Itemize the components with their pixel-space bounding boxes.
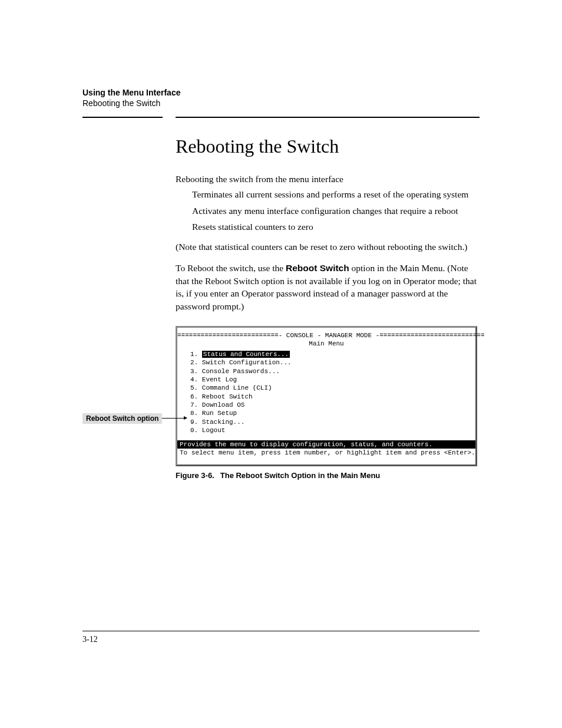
menu-item-stacking: 9. Stacking... [190,418,475,426]
figure-caption-text: The Reboot Switch Option in the Main Men… [220,471,381,480]
bullet-item: Resets statistical counters to zero [192,220,480,233]
menu-item-label: Download OS [202,401,245,409]
menu-item-label: Reboot Switch [202,393,253,400]
note-paragraph: (Note that statistical counters can be r… [176,241,480,253]
menu-item-status: 1. Status and Counters... [190,350,475,358]
menu-item-label: Stacking... [202,419,245,426]
console-menu-list: 1. Status and Counters... 2. Switch Conf… [177,348,475,438]
rule-gap [163,117,176,118]
arrow-right-icon [162,418,187,419]
page-number: 3-12 [82,635,98,644]
console-screenshot: ==========================- CONSOLE - MA… [176,326,477,466]
figure-container: Reboot Switch option ===================… [176,326,480,480]
running-header: Using the Menu Interface Rebooting the S… [82,87,480,108]
console-inner: ==========================- CONSOLE - MA… [177,328,475,441]
menu-item-label: Run Setup [202,410,237,417]
menu-item-label: Status and Counters... [202,351,290,358]
menu-item-label: Console Passwords... [202,368,280,375]
main-content: Rebooting the Switch Rebooting the switc… [176,136,480,479]
figure-caption: Figure 3-6.The Reboot Switch Option in t… [176,471,480,480]
menu-item-label: Switch Configuration... [202,359,292,366]
reboot-switch-bold: Reboot Switch [286,263,349,273]
page-title: Rebooting the Switch [176,136,480,157]
console-hint: To select menu item, press item number, … [177,449,475,464]
bullet-item: Terminates all current sessions and perf… [192,188,480,201]
menu-item-setup: 8. Run Setup [190,409,475,417]
menu-item-download: 7. Download OS [190,401,475,409]
menu-item-label: Logout [202,427,226,434]
para-text: To Reboot the switch, use the [176,263,286,273]
header-rule [82,117,480,118]
bullet-item: Activates any menu interface configurati… [192,205,480,218]
instruction-paragraph: To Reboot the switch, use the Reboot Swi… [176,262,480,313]
rule-long [176,117,480,118]
header-chapter: Using the Menu Interface [82,87,480,98]
console-banner: ==========================- CONSOLE - MA… [177,331,475,340]
document-page: Using the Menu Interface Rebooting the S… [0,0,562,728]
intro-line: Rebooting the switch from the menu inter… [176,173,480,186]
menu-item-cli: 5. Command Line (CLI) [190,384,475,392]
header-section: Rebooting the Switch [82,98,480,108]
menu-item-event-log: 4. Event Log [190,375,475,384]
console-menu-title: Main Menu [177,340,475,348]
bullet-list: Terminates all current sessions and perf… [192,188,480,233]
footer-rule [82,631,480,631]
figure-number: Figure 3-6. [176,471,214,480]
menu-item-label: Event Log [202,376,237,383]
menu-item-label: Command Line (CLI) [202,384,272,391]
callout: Reboot Switch option [82,413,187,424]
menu-item-switch-config: 2. Switch Configuration... [190,358,475,367]
menu-item-logout: 0. Logout [190,426,475,434]
rule-short [82,117,163,118]
callout-label: Reboot Switch option [82,413,162,424]
console-status-bar: Provides the menu to display configurati… [177,440,475,449]
menu-item-passwords: 3. Console Passwords... [190,367,475,375]
menu-item-reboot: 6. Reboot Switch [190,393,475,401]
